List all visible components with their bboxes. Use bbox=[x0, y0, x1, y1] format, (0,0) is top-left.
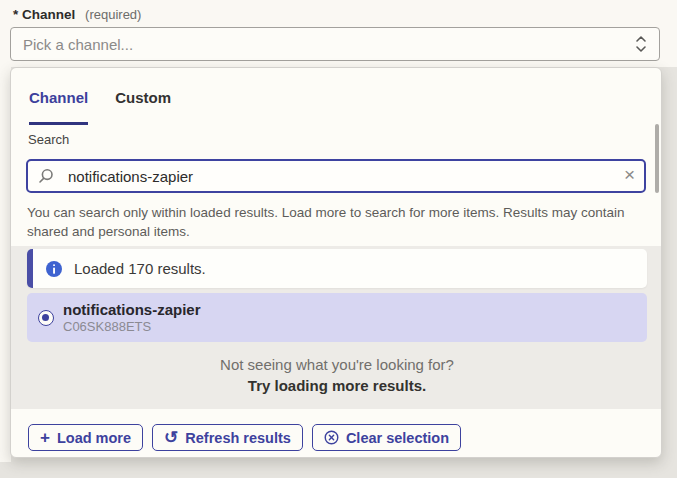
search-field: × bbox=[26, 159, 646, 193]
channel-select[interactable]: Pick a channel... bbox=[10, 27, 660, 61]
tab-custom[interactable]: Custom bbox=[115, 89, 171, 125]
result-id: C06SK888ETS bbox=[63, 319, 201, 334]
result-texts: notifications-zapier C06SK888ETS bbox=[63, 301, 201, 334]
refresh-results-label: Refresh results bbox=[185, 430, 291, 446]
search-icon bbox=[38, 168, 54, 184]
results-list: Loaded 170 results. notifications-zapier… bbox=[11, 246, 662, 409]
dropdown-actions: + Load more ↺ Refresh results Clear sele… bbox=[28, 424, 461, 451]
channel-field-label: * Channel (required) bbox=[13, 7, 141, 22]
channel-dropdown-panel: Channel Custom Search × You can search o… bbox=[10, 67, 662, 458]
search-help-text: You can search only within loaded result… bbox=[27, 203, 655, 241]
load-more-button[interactable]: + Load more bbox=[28, 424, 143, 451]
plus-icon: + bbox=[40, 429, 50, 446]
clear-selection-button[interactable]: Clear selection bbox=[312, 424, 461, 451]
load-more-label: Load more bbox=[57, 430, 131, 446]
info-icon bbox=[46, 261, 62, 277]
search-label: Search bbox=[28, 132, 661, 147]
circle-x-icon bbox=[324, 430, 339, 445]
alert-accent-bar bbox=[27, 249, 33, 288]
result-title: notifications-zapier bbox=[63, 301, 201, 318]
clear-selection-label: Clear selection bbox=[346, 430, 449, 446]
refresh-results-button[interactable]: ↺ Refresh results bbox=[152, 424, 303, 451]
alert-message: Loaded 170 results. bbox=[74, 260, 206, 277]
scrollbar-thumb[interactable] bbox=[655, 124, 659, 193]
search-clear-icon[interactable]: × bbox=[621, 163, 638, 187]
footer-question: Not seeing what you're looking for? bbox=[11, 354, 662, 375]
footer-suggestion: Try loading more results. bbox=[11, 375, 662, 397]
required-note: (required) bbox=[85, 7, 141, 22]
search-input[interactable] bbox=[26, 159, 646, 193]
loaded-results-alert: Loaded 170 results. bbox=[27, 249, 647, 288]
chevron-up-down-icon bbox=[635, 35, 647, 53]
list-footer: Not seeing what you're looking for? Try … bbox=[11, 342, 662, 397]
result-item-selected[interactable]: notifications-zapier C06SK888ETS bbox=[27, 293, 647, 342]
radio-selected-icon[interactable] bbox=[38, 310, 54, 326]
field-label-text: Channel bbox=[22, 7, 75, 22]
select-placeholder: Pick a channel... bbox=[23, 36, 635, 53]
refresh-icon: ↺ bbox=[164, 429, 178, 446]
required-marker: * bbox=[13, 7, 18, 22]
tab-channel[interactable]: Channel bbox=[29, 89, 88, 125]
dropdown-tabs: Channel Custom bbox=[11, 68, 661, 125]
